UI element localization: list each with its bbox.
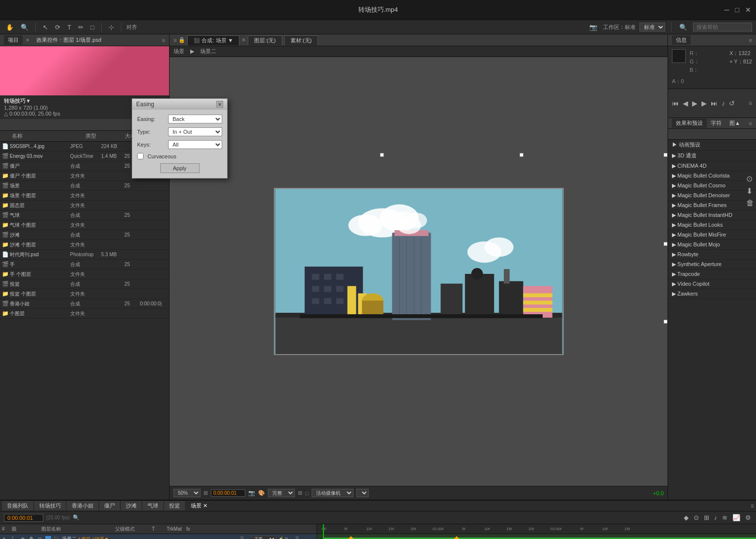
file-item-9[interactable]: 🎬 沙滩 合成 25: [0, 230, 169, 240]
handle-tr[interactable]: [664, 153, 668, 157]
download-icon[interactable]: ⬇: [746, 186, 754, 196]
effect-item-11[interactable]: ▶ Rowbyte: [668, 250, 756, 260]
grid-icon[interactable]: ⊞: [298, 490, 302, 496]
preview-loop-btn[interactable]: ↺: [729, 99, 735, 107]
file-item-7[interactable]: 🎬 气球 合成 25: [0, 210, 169, 220]
preview-start-btn[interactable]: ⏮: [672, 99, 679, 107]
keys-select[interactable]: All Selected: [168, 140, 222, 149]
file-item-5[interactable]: 📁 场景 个图层 文件夹: [0, 191, 169, 201]
layer-parent-1[interactable]: 无: [240, 536, 250, 539]
file-item-11[interactable]: 📄 时代周刊.psd Photoshop 5.3 MB: [0, 250, 169, 260]
quality-icon-1[interactable]: ⊡: [36, 536, 43, 539]
motion-btn[interactable]: ≋: [721, 513, 728, 522]
quality-select[interactable]: 完整: [268, 489, 295, 497]
view-select[interactable]: 1: [356, 489, 369, 497]
marker-btn[interactable]: ◆: [683, 513, 690, 522]
preview-audio-btn[interactable]: ♪: [722, 99, 725, 107]
region-icon[interactable]: □: [305, 490, 309, 496]
project-tab[interactable]: 项目: [4, 35, 23, 45]
solo-btn[interactable]: ⊙: [693, 513, 700, 522]
file-item-16[interactable]: 🎬 香港小姐 合成 25 0:00:00:0|: [0, 299, 169, 309]
timeline-time-input[interactable]: [4, 514, 43, 522]
panel-menu-icon[interactable]: ≡: [162, 37, 165, 43]
preview-play-btn[interactable]: ▶: [692, 99, 698, 107]
file-item-17[interactable]: 📁 个图层 文件夹: [0, 309, 169, 319]
tl-tab-basket[interactable]: 投篮: [164, 501, 185, 510]
share-icon[interactable]: ⊙: [746, 174, 754, 183]
layer-mode-1[interactable]: 正常: [252, 536, 276, 539]
effects-presets-tab[interactable]: 效果和预设: [672, 119, 707, 128]
tl-tab-audio[interactable]: 音频列队: [2, 501, 33, 510]
comp-tab-footage[interactable]: 素材:(无): [284, 35, 318, 45]
effect-item-0[interactable]: ▶ 动画预设: [668, 140, 756, 150]
paint-tab[interactable]: 图▲: [726, 119, 744, 128]
tl-tab-main[interactable]: 转场技巧: [34, 501, 66, 510]
help-search-input[interactable]: [693, 23, 752, 31]
effect-item-10[interactable]: ▶ Magic Bullet Mojo: [668, 240, 756, 250]
pen-tool-icon[interactable]: ✏: [76, 23, 86, 32]
effect-item-9[interactable]: ▶ Magic Bullet MisFire: [668, 230, 756, 240]
type-select[interactable]: In Out In + Out: [168, 127, 222, 136]
shape-tool-icon[interactable]: □: [88, 23, 96, 32]
effect-item-6[interactable]: ▶ Magic Bullet Frames: [668, 201, 756, 210]
file-item-15[interactable]: 📁 投篮 个图层 文件夹: [0, 289, 169, 299]
search-icon-2[interactable]: 🔍: [73, 514, 80, 521]
expand-1[interactable]: ▼: [2, 537, 6, 539]
effect-item-3[interactable]: ▶ Magic Bullet Colorista: [668, 171, 756, 181]
effect-item-13[interactable]: ▶ Trapcode: [668, 270, 756, 279]
preview-menu-icon[interactable]: ≡: [749, 100, 752, 107]
tl-tab-balloon[interactable]: 气球: [143, 501, 163, 510]
hand-tool-icon[interactable]: ✋: [4, 23, 16, 32]
maximize-button[interactable]: □: [735, 6, 739, 14]
search-icon[interactable]: 🔍: [677, 23, 689, 32]
effect-item-7[interactable]: ▶ Magic Bullet InstantHD: [668, 210, 756, 220]
camera-select[interactable]: 活动摄像机: [312, 489, 353, 497]
fit-icon[interactable]: ⊞: [204, 490, 208, 496]
effects-menu-icon[interactable]: ≡: [749, 120, 752, 126]
char-tab[interactable]: 字符: [707, 119, 726, 128]
comp-tab-layer[interactable]: 图层:(无): [248, 35, 282, 45]
effect-item-1[interactable]: ▶ 3D 通道: [668, 150, 756, 161]
preview-prev-btn[interactable]: ◀: [683, 99, 688, 107]
tl-tab-scene[interactable]: 场景 ✕: [186, 501, 212, 510]
file-item-4[interactable]: 🎬 场景 合成 25: [0, 181, 169, 191]
zoom-select[interactable]: 50% 100%: [174, 489, 201, 497]
camera-icon-2[interactable]: 📷: [248, 490, 255, 496]
effect-item-4[interactable]: ▶ Magic Bullet Cosmo: [668, 181, 756, 191]
effect-item-5[interactable]: ▶ Magic Bullet Denoiser: [668, 191, 756, 201]
preview-next-btn[interactable]: ▶: [701, 99, 707, 107]
effects-tab[interactable]: 效果控件：图层 1/场景.psd: [32, 35, 105, 45]
handle-mr[interactable]: [664, 242, 668, 246]
file-item-6[interactable]: 📁 固态层 文件夹: [0, 201, 169, 210]
camera-icon[interactable]: 📷: [587, 23, 599, 32]
breadcrumb-scene2[interactable]: 场景二: [200, 48, 216, 55]
tl-tab-zombie[interactable]: 僵尸: [99, 501, 120, 510]
zoom-tool-icon[interactable]: 🔍: [19, 23, 30, 32]
effect-item-12[interactable]: ▶ Synthetic Aperture: [668, 260, 756, 270]
settings-btn[interactable]: ⚙: [744, 513, 752, 522]
rotate-tool-icon[interactable]: ⟳: [53, 23, 62, 32]
render-btn[interactable]: ⊞: [703, 513, 710, 522]
dialog-title-bar[interactable]: Easing ✕: [132, 99, 227, 110]
info-tab[interactable]: 信息: [672, 35, 691, 45]
color-icon[interactable]: 🎨: [258, 490, 265, 496]
time-display[interactable]: [211, 489, 245, 497]
file-item-10[interactable]: 📁 沙滩 个图层 文件夹: [0, 240, 169, 250]
breadcrumb-scene[interactable]: 场景: [174, 48, 184, 55]
close-button[interactable]: ✕: [745, 6, 751, 14]
effect-item-8[interactable]: ▶ Magic Bullet Looks: [668, 220, 756, 230]
effects-search-input[interactable]: [668, 129, 756, 140]
trash-icon[interactable]: 🗑: [746, 199, 754, 208]
file-item-14[interactable]: 🎬 投篮 合成 25: [0, 279, 169, 289]
workspace-select[interactable]: 标准: [640, 23, 665, 31]
puppet-tool-icon[interactable]: ⊹: [107, 23, 116, 32]
handle-tc[interactable]: [520, 153, 523, 157]
text-tool-icon[interactable]: T: [65, 23, 73, 32]
tl-tab-hk[interactable]: 香港小姐: [67, 501, 98, 510]
info-menu-icon[interactable]: ≡: [749, 37, 752, 43]
easing-select[interactable]: Back Bounce Circ Cubic Elastic Expo Quad…: [168, 115, 222, 123]
layer-switch-fx-1[interactable]: ⚡: [278, 537, 284, 539]
handle-tl[interactable]: [380, 153, 384, 157]
effect-item-2[interactable]: ▶ CINEMA 4D: [668, 161, 756, 171]
comp-tab-close[interactable]: ✕: [241, 37, 246, 43]
